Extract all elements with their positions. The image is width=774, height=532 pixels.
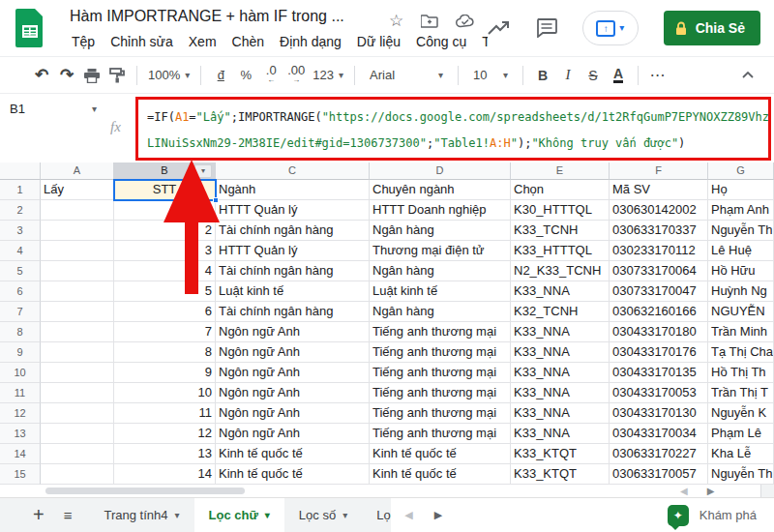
row-number[interactable]: 4	[0, 241, 41, 261]
cell[interactable]: 030433170130	[610, 403, 708, 424]
sheet-tab-trang-tính4[interactable]: Trang tính4▾	[89, 498, 194, 532]
cell[interactable]: Kinh tế quốc tế	[370, 444, 511, 464]
cell[interactable]: Tiếng anh thương mại	[370, 342, 511, 363]
cell[interactable]	[41, 241, 114, 261]
row-number[interactable]: 10	[0, 363, 41, 383]
cell[interactable]: Ngôn ngữ Anh	[216, 342, 370, 363]
cell[interactable]: Huỳnh Ng	[708, 281, 774, 302]
menu-tệp[interactable]: Tệp	[64, 31, 103, 52]
font-size-select[interactable]: 10▾	[465, 63, 516, 88]
print-icon[interactable]	[79, 63, 104, 88]
cell[interactable]: NGUYỄN	[708, 302, 774, 322]
cell[interactable]: N2_K33_TCNH	[511, 261, 610, 281]
font-select[interactable]: Arial▾	[362, 63, 451, 88]
cell[interactable]: K33_TCNH	[511, 221, 610, 241]
tab-caret-icon[interactable]: ▾	[265, 511, 270, 520]
cell[interactable]: K33_NNA	[511, 342, 610, 363]
cell[interactable]: K33_NNA	[511, 403, 610, 424]
row-number[interactable]: 11	[0, 383, 41, 403]
cell[interactable]	[41, 302, 114, 322]
cell[interactable]: Hồ Thị Th	[708, 363, 774, 383]
cell[interactable]	[41, 444, 114, 464]
paint-format-icon[interactable]	[104, 63, 130, 88]
undo-icon[interactable]: ↶	[29, 63, 54, 88]
cell[interactable]: Tài chính ngân hàng	[216, 302, 370, 322]
cell[interactable]: 030733170064	[610, 261, 708, 281]
row-number[interactable]: 14	[0, 444, 41, 464]
cell[interactable]: Tiếng anh thương mại	[370, 383, 511, 403]
row-number[interactable]: 8	[0, 322, 41, 342]
cell[interactable]	[41, 221, 114, 241]
horizontal-scrollbar[interactable]	[45, 488, 245, 494]
cell[interactable]: K33_HTTTQL	[511, 241, 610, 261]
cell[interactable]: Tạ Thị Cha	[708, 342, 774, 363]
cell[interactable]: Lê Huệ	[708, 241, 774, 261]
cell[interactable]	[41, 363, 114, 383]
number-format-button[interactable]: 123▾	[309, 63, 347, 88]
row-number[interactable]: 12	[0, 403, 41, 424]
cell[interactable]: 13	[114, 444, 216, 464]
column-header-C[interactable]: C	[216, 163, 370, 180]
cell[interactable]: Hồ Hữu	[708, 261, 774, 281]
comment-icon[interactable]	[536, 18, 557, 38]
cell[interactable]: Ngôn ngữ Anh	[216, 322, 370, 342]
tab-caret-icon[interactable]: ▾	[342, 511, 347, 520]
sheet-tab-lọc-số[interactable]: Lọc số▾	[284, 498, 362, 532]
row-number[interactable]: 2	[0, 200, 41, 221]
cell[interactable]: Ngôn ngữ Anh	[216, 424, 370, 444]
row-number[interactable]: 7	[0, 302, 41, 322]
redo-icon[interactable]: ↷	[54, 63, 79, 88]
menu-dữ-liệu[interactable]: Dữ liệu	[349, 31, 408, 52]
cell[interactable]: Ngôn ngữ Anh	[216, 363, 370, 383]
star-icon[interactable]: ☆	[389, 11, 403, 31]
cell[interactable]	[41, 383, 114, 403]
cell[interactable]: 030433170034	[610, 424, 708, 444]
percent-format-button[interactable]: %	[233, 63, 258, 88]
menu-chỉnh-sửa[interactable]: Chỉnh sửa	[103, 31, 181, 52]
cell[interactable]	[41, 424, 114, 444]
row-number[interactable]: 3	[0, 221, 41, 241]
cell[interactable]: Nguyễn Th	[708, 464, 774, 485]
present-caret-icon[interactable]: ▾	[619, 23, 624, 33]
collapse-toolbar-icon[interactable]	[735, 63, 760, 88]
cell[interactable]: Chuyên ngành	[370, 180, 511, 200]
scroll-right-icon[interactable]: ▶	[707, 485, 715, 497]
cell[interactable]: 4	[114, 261, 216, 281]
cell[interactable]: HTTT Quản lý	[216, 241, 370, 261]
cell[interactable]: 11	[114, 403, 216, 424]
cell[interactable]: 2	[114, 221, 216, 241]
cell[interactable]: Nguyễn Th	[708, 221, 774, 241]
cell[interactable]: 030733170047	[610, 281, 708, 302]
cell[interactable]: Ngành	[216, 180, 370, 200]
cell[interactable]: Trần Minh	[708, 322, 774, 342]
zoom-select[interactable]: 100%▾	[144, 63, 194, 88]
cell[interactable]: 030433170180	[610, 322, 708, 342]
cell[interactable]: 030433170053	[610, 383, 708, 403]
sheet-tab-lọc[interactable]: Lọc	[362, 498, 391, 532]
all-sheets-menu-icon[interactable]: ≡	[64, 507, 73, 523]
cell[interactable]: Tiếng anh thương mại	[370, 363, 511, 383]
cell[interactable]	[41, 281, 114, 302]
cell[interactable]: STT	[114, 180, 216, 200]
cell[interactable]: 14	[114, 464, 216, 485]
currency-format-button[interactable]: đ	[208, 63, 233, 88]
cell[interactable]: Kinh tế quốc tế	[216, 464, 370, 485]
cell[interactable]: K33_KTQT	[511, 444, 610, 464]
cell[interactable]: Luật kinh tế	[216, 281, 370, 302]
cell[interactable]: Ngôn ngữ Anh	[216, 403, 370, 424]
cell[interactable]: Kinh tế quốc tế	[370, 464, 511, 485]
decrease-decimal-button[interactable]: .0←	[258, 63, 283, 88]
cell[interactable]: Tài chính ngân hàng	[216, 261, 370, 281]
text-color-button[interactable]: A	[606, 63, 631, 88]
bold-button[interactable]: B	[530, 63, 555, 88]
cell[interactable]: Chọn	[511, 180, 610, 200]
explore-button[interactable]: ✦ Khám phá	[650, 505, 774, 526]
cell[interactable]: Ngân hàng	[370, 261, 511, 281]
cell[interactable]: Nguyễn K	[708, 403, 774, 424]
add-sheet-button[interactable]: +	[33, 504, 45, 526]
cell[interactable]	[41, 322, 114, 342]
tab-scroll-right-icon[interactable]: ▶	[434, 509, 442, 521]
cell[interactable]: Tài chính ngân hàng	[216, 221, 370, 241]
row-number[interactable]: 15	[0, 464, 41, 485]
cell[interactable]: 030433170176	[610, 342, 708, 363]
